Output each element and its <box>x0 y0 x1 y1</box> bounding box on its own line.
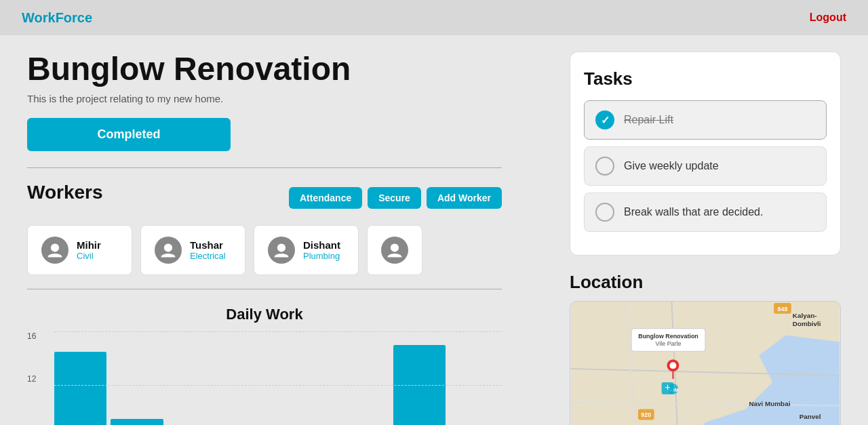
chart-bar-0 <box>54 352 106 425</box>
svg-point-0 <box>51 243 59 251</box>
location-section: Location 848 <box>570 272 841 425</box>
task-item-2[interactable]: Give weekly update <box>584 146 827 186</box>
header: WorkForce Logout <box>0 0 868 35</box>
svg-text:848: 848 <box>778 306 788 312</box>
workers-actions: Attendance Secure Add Worker <box>289 187 502 209</box>
workers-title: Workers <box>27 182 103 203</box>
chart-bar-1 <box>111 419 163 425</box>
project-title: Bunglow Renovation <box>27 52 548 87</box>
worker-role: Plumbing <box>303 251 340 261</box>
chart-grid <box>54 331 502 425</box>
add-worker-button[interactable]: Add Worker <box>427 187 502 209</box>
location-title: Location <box>570 272 841 293</box>
worker-avatar-tushar <box>155 237 182 264</box>
chart-bar-6 <box>393 345 446 425</box>
map-svg: 848 348A 920 BOM Kalyan- Dombivli Navi M… <box>570 302 840 425</box>
task-item-3[interactable]: Break walls that are decided. <box>584 193 827 232</box>
project-description: This is the project relating to my new h… <box>27 93 548 104</box>
workers-list: Mihir Civil Tushar Electrical <box>27 225 502 275</box>
task-label-3: Break walls that are decided. <box>624 206 763 218</box>
svg-text:Dombivli: Dombivli <box>793 320 821 327</box>
svg-point-1 <box>164 243 172 251</box>
worker-avatar-dishant <box>268 237 295 264</box>
svg-text:Navi Mumbai: Navi Mumbai <box>749 400 790 407</box>
chart-container: 16 12 0 <box>27 331 502 425</box>
svg-point-2 <box>277 243 285 251</box>
worker-card-more <box>367 225 422 275</box>
app-logo: WorkForce <box>22 10 92 26</box>
worker-avatar-more <box>381 237 408 264</box>
main-content: Bunglow Renovation This is the project r… <box>0 35 868 425</box>
svg-text:+: + <box>665 382 670 392</box>
logout-button[interactable]: Logout <box>810 12 846 24</box>
tasks-card: Tasks Repair Lift Give weekly update Bre… <box>570 52 841 256</box>
svg-text:Bunglow Renovation: Bunglow Renovation <box>638 333 698 340</box>
task-checkbox-3 <box>595 203 614 222</box>
svg-text:Kalyan-: Kalyan- <box>793 312 817 319</box>
daily-work-section: Daily Work 16 12 0 <box>27 306 502 425</box>
svg-text:Vile Parle: Vile Parle <box>656 340 682 347</box>
worker-role: Civil <box>77 251 101 261</box>
worker-card-tushar: Tushar Electrical <box>140 225 245 275</box>
divider-chart <box>27 289 502 289</box>
task-label-1: Repair Lift <box>624 114 673 126</box>
svg-text:Panvel: Panvel <box>800 413 821 420</box>
workers-header: Workers Attendance Secure Add Worker <box>27 182 502 214</box>
divider-workers <box>27 167 502 168</box>
worker-name: Dishant <box>303 239 340 251</box>
task-label-2: Give weekly update <box>624 160 719 172</box>
attendance-button[interactable]: Attendance <box>289 187 362 209</box>
svg-point-3 <box>391 243 399 251</box>
right-panel: Tasks Repair Lift Give weekly update Bre… <box>570 52 841 425</box>
worker-avatar-mihir <box>41 237 68 264</box>
worker-role: Electrical <box>190 251 226 261</box>
svg-text:920: 920 <box>641 411 651 418</box>
worker-name: Mihir <box>77 239 101 251</box>
status-button[interactable]: Completed <box>27 118 231 151</box>
task-checkbox-2 <box>595 157 614 176</box>
task-item-1[interactable]: Repair Lift <box>584 100 827 140</box>
task-checkbox-1 <box>595 110 614 129</box>
worker-card-mihir: Mihir Civil <box>27 225 132 275</box>
worker-name: Tushar <box>190 239 226 251</box>
tasks-title: Tasks <box>584 68 827 89</box>
map-container[interactable]: 848 348A 920 BOM Kalyan- Dombivli Navi M… <box>570 301 841 425</box>
y-label-16: 16 <box>27 331 36 341</box>
secure-button[interactable]: Secure <box>368 187 421 209</box>
chart-bars-area <box>54 331 502 425</box>
worker-card-dishant: Dishant Plumbing <box>254 225 359 275</box>
svg-point-25 <box>669 362 676 369</box>
chart-y-labels: 16 12 0 <box>27 331 36 425</box>
chart-title: Daily Work <box>27 306 502 323</box>
grid-line-top <box>54 331 502 332</box>
y-label-12: 12 <box>27 374 36 384</box>
left-panel: Bunglow Renovation This is the project r… <box>27 52 548 425</box>
